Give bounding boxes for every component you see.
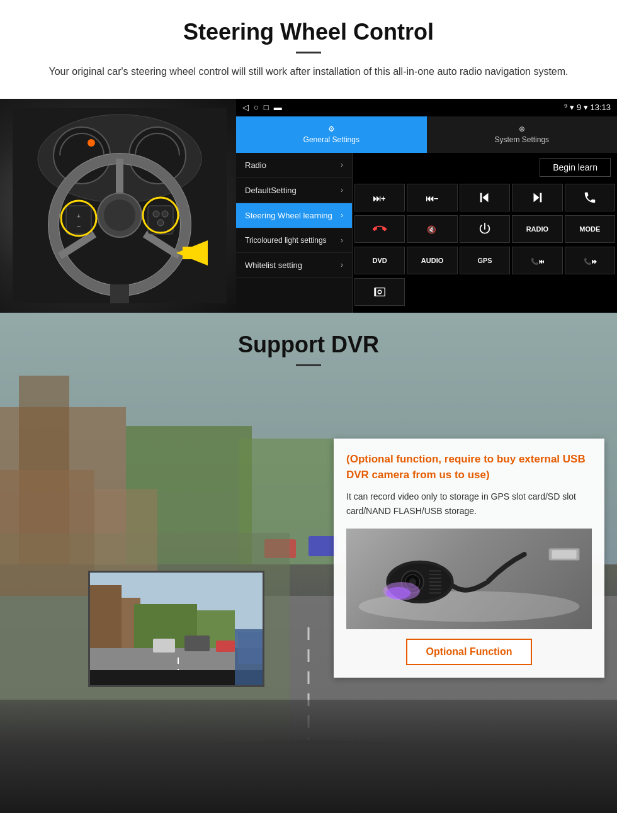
tab-general-settings[interactable]: ⚙ General Settings: [236, 116, 427, 153]
svg-rect-67: [552, 550, 577, 559]
optional-function-button[interactable]: Optional Function: [406, 639, 533, 665]
hang-up-button[interactable]: [354, 215, 405, 243]
steering-wheel-svg: + –: [13, 108, 227, 303]
control-buttons-row3: DVD AUDIO GPS 📞⏮: [353, 245, 617, 276]
svg-rect-13: [66, 206, 91, 234]
svg-point-74: [386, 587, 410, 600]
menu-label-tricoloured: Tricoloured light settings: [245, 236, 327, 245]
control-buttons-row4: [353, 276, 617, 308]
dvr-inset-screenshot: [88, 571, 264, 687]
section1-title: Steering Wheel Control: [38, 19, 579, 45]
dvr-camera-svg: [346, 532, 592, 626]
gps-button[interactable]: GPS: [460, 247, 510, 274]
dvr-camera-product-image: [346, 529, 592, 629]
menu-label-radio: Radio: [245, 160, 266, 170]
tab-system-settings[interactable]: ⊕ System Settings: [427, 116, 618, 153]
phone-next-button[interactable]: 📞⏭: [565, 247, 615, 274]
square-nav-icon[interactable]: □: [264, 103, 269, 112]
svg-point-17: [153, 211, 159, 217]
control-buttons-row2: 🔇 RADIO MODE: [353, 213, 617, 245]
status-bar-right: ⁹ ▾ 9 ▾ 13:13: [564, 103, 611, 112]
menu-item-steering-wheel[interactable]: Steering Wheel learning ›: [236, 203, 352, 228]
time-display: 9 ▾ 13:13: [577, 103, 611, 112]
begin-learn-button[interactable]: Begin learn: [540, 158, 611, 177]
steering-section: Steering Wheel Control Your original car…: [0, 0, 617, 313]
svg-text:📞⏭: 📞⏭: [584, 257, 597, 265]
menu-item-whitelist[interactable]: Whitelist setting ›: [236, 253, 352, 278]
menu-label-steering: Steering Wheel learning: [245, 211, 332, 220]
power-button[interactable]: [460, 215, 510, 243]
inset-road-svg: [90, 573, 264, 687]
audio-button[interactable]: AUDIO: [407, 247, 457, 274]
back-nav-icon[interactable]: ◁: [242, 103, 249, 112]
menu-item-tricoloured[interactable]: Tricoloured light settings ›: [236, 228, 352, 253]
dvd-icon-button[interactable]: [354, 278, 405, 306]
steering-wheel-image: + –: [0, 99, 236, 313]
dvd-button[interactable]: DVD: [354, 247, 405, 274]
next-track-button[interactable]: [512, 184, 562, 211]
menu-label-whitelist: Whitelist setting: [245, 260, 302, 270]
dashboard-overlay: [0, 700, 617, 813]
dvr-card-title: (Optional function, require to buy exter…: [346, 451, 592, 483]
phone-prev-button[interactable]: 📞⏮: [512, 247, 562, 274]
section1-header: Steering Wheel Control Your original car…: [0, 0, 617, 86]
section1-subtitle: Your original car's steering wheel contr…: [38, 64, 579, 80]
dvr-title: Support DVR: [38, 332, 579, 358]
svg-text:🔇: 🔇: [426, 224, 436, 233]
svg-rect-23: [183, 247, 208, 259]
chevron-right-icon-2: ›: [341, 186, 343, 194]
dvr-info-card: (Optional function, require to buy exter…: [334, 439, 604, 678]
svg-text:–: –: [77, 222, 81, 229]
phone-button[interactable]: [565, 184, 615, 211]
svg-text:+: +: [77, 213, 81, 220]
gear-icon: ⚙: [328, 125, 335, 133]
svg-text:⏭+: ⏭+: [373, 193, 386, 203]
home-nav-icon[interactable]: ○: [254, 103, 259, 112]
radio-button[interactable]: RADIO: [512, 215, 562, 243]
vol-minus-button[interactable]: ⏮−: [407, 184, 457, 211]
svg-rect-60: [184, 636, 210, 651]
dvr-divider: [296, 364, 321, 366]
menu-list: Radio › DefaultSetting › Steering Wheel …: [236, 153, 353, 313]
chevron-right-icon: ›: [341, 160, 343, 169]
svg-point-12: [104, 199, 135, 231]
tab-general-label: General Settings: [303, 135, 359, 144]
tabs-row: ⚙ General Settings ⊕ System Settings: [236, 116, 617, 153]
dvr-header: Support DVR: [0, 313, 617, 372]
begin-learn-row: Begin learn: [353, 153, 617, 182]
svg-rect-50: [0, 470, 94, 596]
control-area: Begin learn ⏭+ ⏮−: [353, 153, 617, 313]
wifi-icon: ▾: [570, 103, 574, 112]
svg-rect-45: [308, 536, 337, 556]
prev-track-button[interactable]: [460, 184, 510, 211]
vol-plus-button[interactable]: ⏭+: [354, 184, 405, 211]
dvr-section: Support DVR: [0, 313, 617, 813]
svg-rect-28: [480, 193, 482, 202]
panel-main: Radio › DefaultSetting › Steering Wheel …: [236, 153, 617, 313]
bookmark-icon[interactable]: ▬: [274, 103, 282, 112]
svg-point-19: [157, 220, 164, 226]
svg-rect-64: [238, 632, 263, 664]
mode-button[interactable]: MODE: [565, 215, 615, 243]
control-buttons-row1: ⏭+ ⏮−: [353, 182, 617, 213]
menu-item-default-setting[interactable]: DefaultSetting ›: [236, 178, 352, 203]
steering-screenshot-block: + –: [0, 99, 617, 313]
android-ui-panel: ◁ ○ □ ▬ ⁹ ▾ 9 ▾ 13:13 ⚙ General Settings: [236, 99, 617, 313]
menu-label-default: DefaultSetting: [245, 186, 297, 195]
system-icon: ⊕: [519, 125, 525, 133]
svg-marker-27: [482, 193, 488, 202]
tab-system-label: System Settings: [494, 135, 549, 144]
chevron-right-icon-4: ›: [341, 236, 343, 245]
svg-rect-30: [540, 193, 542, 202]
svg-point-35: [378, 290, 382, 294]
svg-point-18: [162, 211, 168, 217]
chevron-right-icon-3: ›: [341, 211, 343, 220]
dvr-inset-image: [90, 573, 263, 685]
dvr-card-description: It can record video only to storage in G…: [346, 490, 592, 520]
mute-button[interactable]: 🔇: [407, 215, 457, 243]
svg-text:📞⏮: 📞⏮: [531, 257, 544, 265]
menu-item-radio[interactable]: Radio ›: [236, 153, 352, 178]
svg-text:⏮−: ⏮−: [426, 193, 439, 203]
chevron-right-icon-5: ›: [341, 260, 343, 269]
svg-rect-61: [216, 641, 235, 652]
